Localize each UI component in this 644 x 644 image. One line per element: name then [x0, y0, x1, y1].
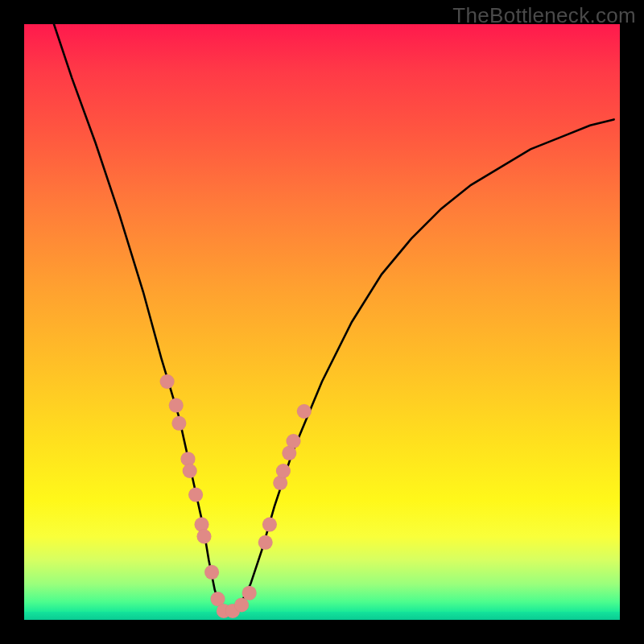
highlight-dot: [183, 464, 197, 478]
highlight-dot: [242, 586, 257, 601]
watermark-text: TheBottleneck.com: [452, 3, 636, 28]
highlight-dot: [262, 518, 277, 532]
highlight-dot: [276, 464, 291, 478]
chart-frame: TheBottleneck.com: [0, 0, 644, 644]
highlight-dot: [160, 374, 175, 389]
highlight-dot: [258, 535, 273, 550]
highlight-dot: [297, 404, 312, 419]
bottleneck-curve: [54, 24, 614, 614]
highlight-dot: [197, 529, 212, 543]
curve-layer: [24, 24, 620, 620]
plot-area: [24, 24, 620, 620]
highlight-dots: [160, 374, 312, 618]
highlight-dot: [204, 565, 219, 580]
highlight-dot: [171, 416, 186, 431]
highlight-dot: [287, 434, 301, 448]
highlight-dot: [169, 398, 184, 413]
highlight-dot: [188, 488, 203, 502]
